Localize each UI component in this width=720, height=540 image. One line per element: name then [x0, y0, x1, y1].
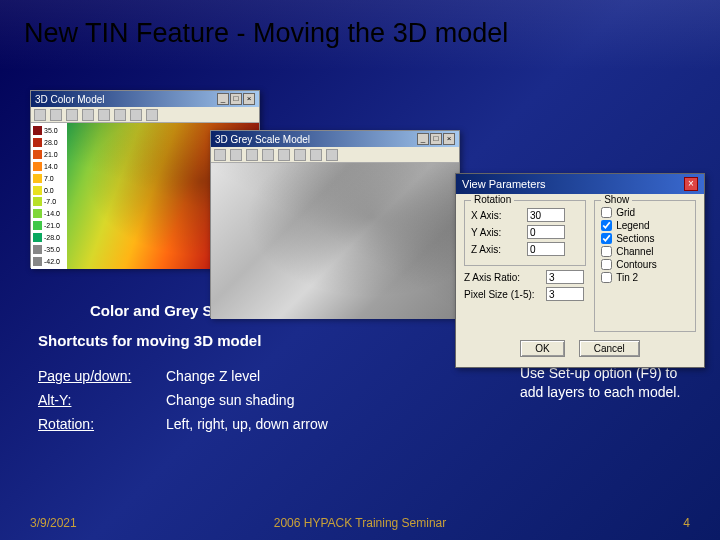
legend-swatch [33, 209, 42, 218]
show-option: Sections [601, 233, 689, 244]
show-checkbox[interactable] [601, 233, 612, 244]
close-icon[interactable]: × [243, 93, 255, 105]
show-label: Channel [616, 246, 653, 257]
cancel-button[interactable]: Cancel [579, 340, 640, 357]
legend-swatch [33, 221, 42, 230]
legend-value: 14.0 [44, 163, 58, 170]
show-checkbox[interactable] [601, 259, 612, 270]
toolbar [31, 107, 259, 123]
legend-row: 35.0 [31, 125, 67, 137]
close-icon[interactable]: × [443, 133, 455, 145]
slide-title: New TIN Feature - Moving the 3D model [0, 0, 720, 57]
maximize-icon[interactable]: □ [430, 133, 442, 145]
minimize-icon[interactable]: _ [417, 133, 429, 145]
close-icon[interactable]: × [684, 177, 698, 191]
tool-icon[interactable] [326, 149, 338, 161]
show-checkbox[interactable] [601, 207, 612, 218]
shortcuts-list: Page up/down:Change Z levelAlt-Y:Change … [38, 360, 328, 440]
legend-row: -28.0 [31, 231, 67, 243]
legend-row: 14.0 [31, 160, 67, 172]
grey-terrain-view [211, 163, 459, 319]
tool-icon[interactable] [230, 149, 242, 161]
zaxis-input[interactable] [527, 242, 565, 256]
tool-icon[interactable] [262, 149, 274, 161]
setup-note: Use Set-up option (F9) to add layers to … [520, 364, 690, 402]
tool-icon[interactable] [50, 109, 62, 121]
tool-icon[interactable] [98, 109, 110, 121]
show-label: Grid [616, 207, 635, 218]
window-controls: _ □ × [217, 93, 255, 105]
footer-date: 3/9/2021 [30, 516, 77, 530]
shortcut-row: Page up/down:Change Z level [38, 368, 328, 384]
dialog-title: View Parameters [462, 178, 546, 190]
show-option: Tin 2 [601, 272, 689, 283]
legend-row: 28.0 [31, 137, 67, 149]
tool-icon[interactable] [114, 109, 126, 121]
show-option: Legend [601, 220, 689, 231]
legend-swatch [33, 186, 42, 195]
footer-center: 2006 HYPACK Training Seminar [274, 516, 447, 530]
shortcut-value: Left, right, up, down arrow [166, 416, 328, 432]
legend-row: 0.0 [31, 184, 67, 196]
minimize-icon[interactable]: _ [217, 93, 229, 105]
legend-value: -35.0 [44, 246, 60, 253]
show-group: Show GridLegendSectionsChannelContoursTi… [594, 200, 696, 332]
group-label: Show [601, 194, 632, 205]
zratio-label: Z Axis Ratio: [464, 272, 542, 283]
view-parameters-dialog: View Parameters × Rotation X Axis: Y Axi… [455, 173, 705, 368]
maximize-icon[interactable]: □ [230, 93, 242, 105]
tool-icon[interactable] [130, 109, 142, 121]
show-checkbox[interactable] [601, 246, 612, 257]
legend-value: 21.0 [44, 151, 58, 158]
legend-row: -14.0 [31, 208, 67, 220]
legend-row: -21.0 [31, 220, 67, 232]
legend-row: 21.0 [31, 149, 67, 161]
tool-icon[interactable] [146, 109, 158, 121]
show-label: Legend [616, 220, 649, 231]
show-option: Contours [601, 259, 689, 270]
legend-swatch [33, 126, 42, 135]
shortcut-row: Rotation:Left, right, up, down arrow [38, 416, 328, 432]
show-checkbox[interactable] [601, 220, 612, 231]
window-title: 3D Grey Scale Model [215, 134, 310, 145]
pixelsize-label: Pixel Size (1-5): [464, 289, 542, 300]
legend-swatch [33, 138, 42, 147]
tool-icon[interactable] [246, 149, 258, 161]
window-controls: _ □ × [417, 133, 455, 145]
ok-button[interactable]: OK [520, 340, 564, 357]
pixelsize-input[interactable] [546, 287, 584, 301]
tool-icon[interactable] [66, 109, 78, 121]
color-legend: 35.028.021.014.07.00.0-7.0-14.0-21.0-28.… [31, 123, 67, 269]
show-option: Grid [601, 207, 689, 218]
tool-icon[interactable] [310, 149, 322, 161]
tool-icon[interactable] [214, 149, 226, 161]
show-label: Contours [616, 259, 657, 270]
legend-swatch [33, 233, 42, 242]
show-checkbox[interactable] [601, 272, 612, 283]
yaxis-input[interactable] [527, 225, 565, 239]
toolbar [211, 147, 459, 163]
legend-value: -7.0 [44, 198, 56, 205]
show-label: Tin 2 [616, 272, 638, 283]
legend-row: -7.0 [31, 196, 67, 208]
model-screenshots: 3D Color Model _ □ × 35.028.021.014.07.0… [30, 90, 430, 320]
shortcut-key: Page up/down: [38, 368, 166, 384]
shortcuts-heading: Shortcuts for moving 3D model [38, 332, 261, 349]
legend-value: -28.0 [44, 234, 60, 241]
window-3d-grey-model: 3D Grey Scale Model _ □ × [210, 130, 460, 318]
rotation-group: Rotation X Axis: Y Axis: Z Axis: [464, 200, 586, 266]
tool-icon[interactable] [278, 149, 290, 161]
xaxis-input[interactable] [527, 208, 565, 222]
tool-icon[interactable] [34, 109, 46, 121]
legend-swatch [33, 257, 42, 266]
shortcut-row: Alt-Y:Change sun shading [38, 392, 328, 408]
window-title: 3D Color Model [35, 94, 104, 105]
tool-icon[interactable] [82, 109, 94, 121]
shortcut-value: Change Z level [166, 368, 260, 384]
zratio-input[interactable] [546, 270, 584, 284]
tool-icon[interactable] [294, 149, 306, 161]
legend-row: -42.0 [31, 255, 67, 267]
yaxis-label: Y Axis: [471, 227, 523, 238]
show-label: Sections [616, 233, 654, 244]
legend-value: -14.0 [44, 210, 60, 217]
